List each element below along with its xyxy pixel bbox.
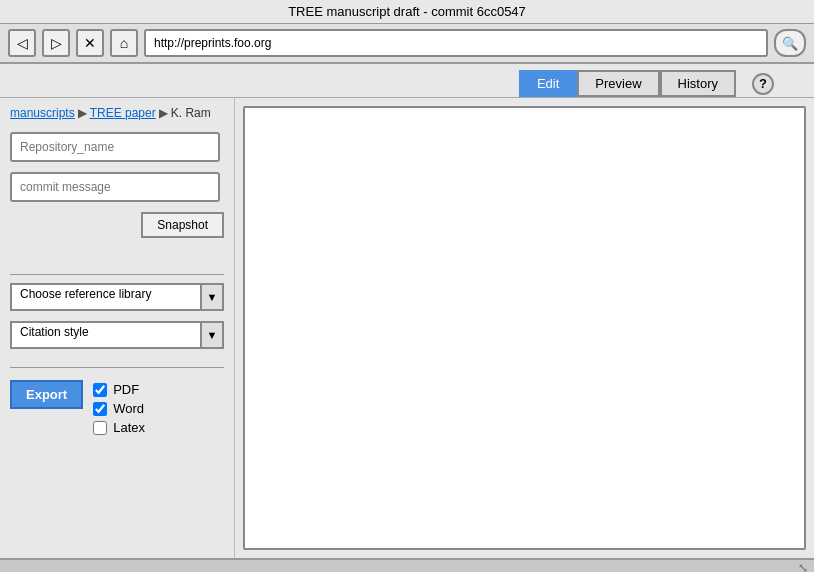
close-icon: ✕ [84,35,96,51]
tab-bar: Edit Preview History ? [0,64,814,98]
divider-2 [10,367,224,368]
export-formats: PDF Word Latex [93,382,145,435]
title-bar: TREE manuscript draft - commit 6cc0547 [0,0,814,24]
export-pdf-label: PDF [113,382,139,397]
snapshot-button[interactable]: Snapshot [141,212,224,238]
reference-library-dropdown: Choose reference library ▼ [10,283,224,311]
tab-history[interactable]: History [660,70,736,97]
export-latex-label: Latex [113,420,145,435]
back-button[interactable]: ◁ [8,29,36,57]
main-container: Edit Preview History ? manuscripts ▶ TRE… [0,64,814,558]
export-pdf-item[interactable]: PDF [93,382,145,397]
forward-icon: ▷ [51,35,62,51]
export-row: Export PDF Word Latex [10,380,224,435]
reference-library-arrow[interactable]: ▼ [200,283,224,311]
export-word-label: Word [113,401,144,416]
export-pdf-checkbox[interactable] [93,383,107,397]
url-bar[interactable] [144,29,768,57]
divider-1 [10,274,224,275]
export-word-item[interactable]: Word [93,401,145,416]
browser-chrome: ◁ ▷ ✕ ⌂ 🔍 [0,24,814,64]
export-latex-checkbox[interactable] [93,421,107,435]
reference-library-label[interactable]: Choose reference library [10,283,200,311]
home-button[interactable]: ⌂ [110,29,138,57]
close-button[interactable]: ✕ [76,29,104,57]
bottom-bar: ⤡ [0,558,814,572]
home-icon: ⌂ [120,35,128,51]
editor-area[interactable] [243,106,806,550]
help-button[interactable]: ? [752,73,774,95]
repo-name-input[interactable] [10,132,220,162]
forward-button[interactable]: ▷ [42,29,70,57]
export-latex-item[interactable]: Latex [93,420,145,435]
content-area: manuscripts ▶ TREE paper ▶ K. Ram Snapsh… [0,98,814,558]
resize-handle: ⤡ [798,561,808,572]
back-icon: ◁ [17,35,28,51]
tab-preview[interactable]: Preview [577,70,659,97]
commit-message-input[interactable] [10,172,220,202]
export-section: Export PDF Word Latex [10,380,224,435]
breadcrumb-user: K. Ram [171,106,211,120]
search-icon: 🔍 [782,36,798,51]
title-text: TREE manuscript draft - commit 6cc0547 [288,4,526,19]
breadcrumb: manuscripts ▶ TREE paper ▶ K. Ram [10,106,224,120]
tab-edit[interactable]: Edit [519,70,577,97]
export-button[interactable]: Export [10,380,83,409]
sidebar: manuscripts ▶ TREE paper ▶ K. Ram Snapsh… [0,98,235,558]
breadcrumb-sep2: ▶ [159,106,168,120]
citation-style-dropdown: Citation style ▼ [10,321,224,349]
breadcrumb-sep1: ▶ [78,106,87,120]
export-word-checkbox[interactable] [93,402,107,416]
breadcrumb-tree-paper[interactable]: TREE paper [90,106,156,120]
citation-style-label[interactable]: Citation style [10,321,200,349]
search-button[interactable]: 🔍 [774,29,806,57]
breadcrumb-manuscripts[interactable]: manuscripts [10,106,75,120]
citation-style-arrow[interactable]: ▼ [200,321,224,349]
